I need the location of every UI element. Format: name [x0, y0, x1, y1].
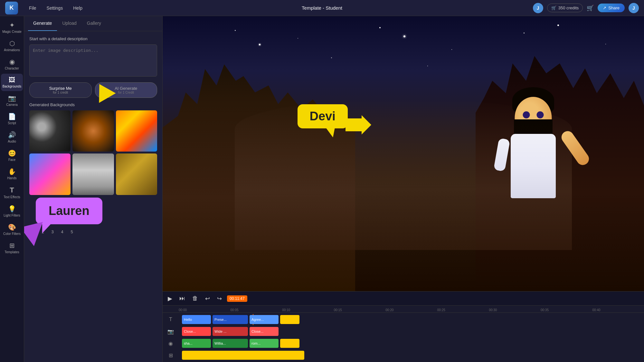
- lauren-label: Lauren: [49, 204, 90, 218]
- character-clip-3[interactable]: rom...: [250, 339, 279, 348]
- ruler-mark-6: 00:30: [489, 308, 541, 312]
- nav-help[interactable]: Help: [69, 4, 87, 13]
- generated-bg-2[interactable]: [72, 110, 114, 152]
- generated-bg-4[interactable]: [29, 153, 71, 195]
- delete-button[interactable]: 🗑: [190, 294, 200, 303]
- page-4[interactable]: 4: [58, 228, 66, 236]
- generated-bg-3[interactable]: [116, 110, 157, 152]
- camera-track-row: 📷 Close... Wide ... Close...: [163, 326, 644, 337]
- timeline-area: ▶ ⏭ 🗑 ↩ ↪ 00:11:47 00:00 00:05 00:10 00:…: [163, 291, 644, 362]
- sidebar-label-camera: Camera: [6, 103, 18, 107]
- tab-upload[interactable]: Upload: [57, 16, 81, 31]
- character-track-row: ◉ sha... Willia... rom...: [163, 338, 644, 349]
- image-grid: [29, 110, 157, 195]
- credits-button[interactable]: 🛒 350 credits: [547, 4, 583, 12]
- generated-bg-5[interactable]: [72, 153, 114, 195]
- character-figure: [495, 87, 572, 242]
- nav-settings[interactable]: Settings: [42, 4, 68, 13]
- face-icon: 😊: [8, 149, 16, 157]
- panel-content: Start with a detailed description Surpri…: [24, 31, 162, 362]
- text-clip-4[interactable]: [280, 315, 299, 324]
- sidebar-label-backgrounds: Backgrounds: [3, 85, 21, 88]
- character-icon: ◉: [9, 58, 15, 66]
- icon-sidebar: ✦ Magic Create ⬡ Animations ◉ Character …: [0, 16, 24, 362]
- tab-generate[interactable]: Generate: [28, 16, 57, 31]
- user-avatar-j2[interactable]: J: [629, 3, 639, 13]
- camera-clip-2[interactable]: Wide ...: [213, 327, 248, 336]
- sidebar-label-light-filters: Light Filters: [4, 214, 20, 218]
- surprise-me-button[interactable]: Surprise Me for 1 credit: [29, 82, 92, 98]
- animations-icon: ⬡: [9, 40, 15, 47]
- user-avatar-j[interactable]: J: [533, 3, 543, 13]
- app-logo: K: [5, 2, 18, 14]
- bottom-clip-1[interactable]: [182, 351, 304, 360]
- sidebar-label-script: Script: [8, 121, 16, 125]
- canvas-area[interactable]: Devi: [163, 16, 644, 291]
- ai-generate-label: AI Generate: [115, 86, 137, 91]
- generated-backgrounds-title: Generated Backgrounds: [29, 102, 157, 107]
- description-textarea[interactable]: [29, 44, 157, 77]
- char-arm-left: [493, 138, 510, 172]
- lauren-tooltip: Lauren: [36, 198, 102, 224]
- templates-icon: ⊞: [9, 242, 15, 249]
- page-5[interactable]: 5: [68, 228, 76, 236]
- skip-to-end-button[interactable]: ⏭: [177, 294, 187, 303]
- top-nav: K File Settings Help Template - Student …: [0, 0, 644, 16]
- audio-icon: 🔊: [8, 131, 16, 139]
- sidebar-item-backgrounds[interactable]: 🖼 Backgrounds: [1, 74, 23, 91]
- sidebar-label-character: Character: [5, 67, 19, 70]
- bottom-track-icon: ⊞: [163, 352, 179, 358]
- lauren-arrow: [42, 224, 51, 233]
- nav-file[interactable]: File: [24, 4, 41, 13]
- sidebar-item-light-filters[interactable]: 💡 Light Filters: [1, 202, 23, 220]
- camera-clip-3[interactable]: Close...: [250, 327, 279, 336]
- sidebar-item-audio[interactable]: 🔊 Audio: [1, 128, 23, 146]
- sidebar-item-templates[interactable]: ⊞ Templates: [1, 239, 23, 257]
- sidebar-item-script[interactable]: 📄 Script: [1, 110, 23, 128]
- timeline-tracks: T Hello Prese... Agree... 📷 Close... Wid…: [163, 313, 644, 362]
- sidebar-item-hands[interactable]: ✋ Hands: [1, 165, 23, 183]
- nav-menu: File Settings Help: [24, 4, 87, 13]
- main-layout: ✦ Magic Create ⬡ Animations ◉ Character …: [0, 16, 644, 362]
- text-clip-2[interactable]: Prese...: [213, 315, 248, 324]
- generated-bg-6[interactable]: [116, 153, 157, 195]
- sidebar-label-text-effects: Text Effects: [4, 195, 20, 199]
- side-panel: Generate Upload Gallery Start with a det…: [24, 16, 163, 362]
- surprise-label: Surprise Me: [49, 86, 72, 91]
- redo-button[interactable]: ↪: [215, 294, 224, 303]
- ruler-mark-2: 00:10: [282, 308, 334, 312]
- sidebar-label-face: Face: [8, 158, 15, 162]
- tab-gallery[interactable]: Gallery: [82, 16, 106, 31]
- script-icon: 📄: [8, 113, 16, 120]
- cart-icon[interactable]: 🛒: [587, 5, 594, 12]
- devi-arrow-icon: [346, 115, 371, 135]
- play-button[interactable]: ▶: [166, 294, 174, 303]
- share-button[interactable]: ↗ Share: [598, 4, 625, 12]
- sidebar-item-color-filters[interactable]: 🎨 Color Filters: [1, 221, 23, 238]
- generated-bg-1[interactable]: [29, 110, 71, 152]
- share-label: Share: [608, 5, 620, 10]
- sidebar-item-text-effects[interactable]: T Text Effects: [1, 183, 23, 202]
- time-display: 00:11:47: [227, 295, 247, 302]
- text-clip-3[interactable]: Agree...: [250, 315, 279, 324]
- sidebar-label-magic-create: Magic Create: [2, 30, 21, 34]
- bottom-track-row: ⊞: [163, 350, 644, 361]
- text-clip-1[interactable]: Hello: [182, 315, 211, 324]
- sidebar-item-character[interactable]: ◉ Character: [1, 55, 23, 73]
- sidebar-item-animations[interactable]: ⬡ Animations: [1, 37, 23, 55]
- character-track-icon: ◉: [163, 340, 179, 347]
- character-clip-4[interactable]: [280, 339, 299, 348]
- sidebar-item-camera[interactable]: 📷 Camera: [1, 92, 23, 109]
- character-clip-2[interactable]: Willia...: [213, 339, 248, 348]
- sidebar-label-templates: Templates: [5, 250, 19, 254]
- character-clip-1[interactable]: sha...: [182, 339, 211, 348]
- ruler-mark-8: 00:40: [592, 308, 644, 312]
- sidebar-item-face[interactable]: 😊 Face: [1, 147, 23, 164]
- character-track-content: sha... Willia... rom...: [179, 338, 644, 349]
- sidebar-item-magic-create[interactable]: ✦ Magic Create: [1, 19, 23, 36]
- undo-button[interactable]: ↩: [203, 294, 212, 303]
- text-track-icon: T: [163, 317, 179, 322]
- camera-clip-1[interactable]: Close...: [182, 327, 211, 336]
- camera-track-content: Close... Wide ... Close...: [179, 326, 644, 337]
- light-filters-icon: 💡: [8, 205, 16, 213]
